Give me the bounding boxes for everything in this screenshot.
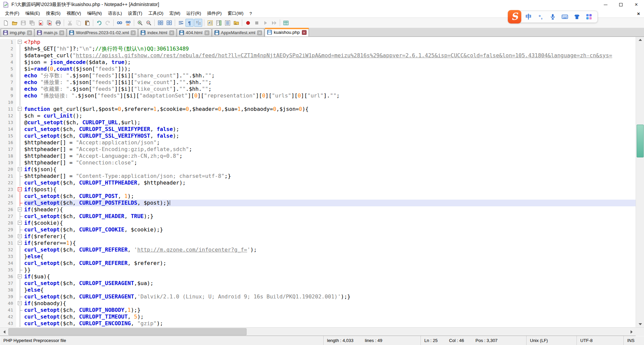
- word-wrap-icon[interactable]: [177, 19, 185, 27]
- code-text[interactable]: $httpheader[] = "Accept-Language:zh-CN,z…: [24, 153, 636, 159]
- code-text[interactable]: curl_setopt($ch, CURLOPT_POSTFIELDS, $po…: [24, 200, 636, 206]
- menu-item-8[interactable]: 宏(M): [166, 9, 183, 17]
- skin-icon[interactable]: [573, 13, 581, 20]
- menu-item-0[interactable]: 文件(F): [2, 9, 22, 17]
- toolbox-icon[interactable]: [585, 13, 593, 20]
- code-text[interactable]: curl_setopt($ch, CURLOPT_TIMEOUT, 5);: [24, 314, 636, 320]
- code-text[interactable]: if($post){: [24, 186, 636, 193]
- horizontal-scrollbar[interactable]: [0, 327, 644, 336]
- function-list-icon[interactable]: f: [206, 19, 214, 27]
- scroll-right-icon[interactable]: [627, 328, 636, 336]
- menu-item-3[interactable]: 视图(V): [63, 9, 84, 17]
- record-macro-icon[interactable]: [244, 19, 252, 27]
- tab-AppxManifest.xml[interactable]: AppxManifest.xml×: [212, 28, 265, 37]
- close-icon[interactable]: ×: [302, 30, 307, 35]
- menu-item-1[interactable]: 编辑(E): [22, 9, 43, 17]
- menu-item-12[interactable]: ?: [247, 10, 255, 17]
- code-text[interactable]: curl_setopt($ch, CURLOPT_HTTPHEADER, $ht…: [24, 180, 636, 186]
- vertical-scroll-thumb[interactable]: [637, 125, 644, 157]
- tab-404.html[interactable]: 404.html×: [177, 28, 212, 37]
- replace-icon[interactable]: ab: [124, 19, 132, 27]
- fold-collapse-icon[interactable]: [16, 300, 24, 307]
- sync-vertical-icon[interactable]: [156, 19, 164, 27]
- code-text[interactable]: curl_setopt($ch, CURLOPT_POST, 1);: [24, 193, 636, 200]
- document-close-icon[interactable]: ×: [635, 10, 642, 17]
- fold-collapse-icon[interactable]: [16, 240, 24, 247]
- tab-WordPress.2023-01-02.xml[interactable]: WordPress.2023-01-02.xml×: [67, 28, 138, 37]
- paste-icon[interactable]: [83, 19, 91, 27]
- document-list-icon[interactable]: [223, 19, 231, 27]
- menu-item-5[interactable]: 语言(L): [105, 9, 125, 17]
- close-all-icon[interactable]: [45, 19, 53, 27]
- print-icon[interactable]: [54, 19, 62, 27]
- document-map-icon[interactable]: [215, 19, 223, 27]
- scroll-up-icon[interactable]: [636, 37, 644, 43]
- fold-collapse-icon[interactable]: [16, 206, 24, 213]
- maximize-button[interactable]: [613, 0, 629, 9]
- code-text[interactable]: if($referer){: [24, 233, 636, 240]
- menu-item-9[interactable]: 运行(R): [183, 9, 204, 17]
- code-text[interactable]: function get_curl($url,$post=0,$referer=…: [24, 106, 636, 113]
- code-area[interactable]: 1<?php2$hh=$_GET["hh"]?:"\n";//换行符号(默认\n…: [0, 37, 636, 327]
- close-icon[interactable]: ×: [27, 30, 32, 35]
- code-text[interactable]: $ch = curl_init();: [24, 113, 636, 119]
- fold-collapse-icon[interactable]: [16, 39, 24, 46]
- menu-item-4[interactable]: 编码(N): [84, 9, 105, 17]
- scroll-left-icon[interactable]: [0, 328, 8, 336]
- code-text[interactable]: <?php: [24, 39, 636, 46]
- status-encoding[interactable]: UTF-8: [577, 336, 624, 345]
- menu-item-2[interactable]: 搜索(S): [43, 9, 63, 17]
- fold-collapse-icon[interactable]: [16, 220, 24, 226]
- code-text[interactable]: curl_setopt($ch, CURLOPT_HEADER, TRUE);}: [24, 213, 636, 220]
- code-text[interactable]: curl_setopt($ch, CURLOPT_ENCODING, "gzip…: [24, 320, 636, 327]
- code-text[interactable]: echo "分享数: ".$json["feeds"][$i]["share_c…: [24, 72, 636, 79]
- soft-keyboard-icon[interactable]: [561, 13, 569, 20]
- close-button[interactable]: ×: [629, 0, 644, 9]
- tab-img.php[interactable]: img.php×: [1, 28, 34, 37]
- code-text[interactable]: $hh=$_GET["hh"]?:"\n";//换行符号(默认\n)QQ:306…: [24, 46, 636, 52]
- status-insert-mode[interactable]: INS: [624, 336, 644, 345]
- menu-item-11[interactable]: 窗口(W): [225, 9, 247, 17]
- fold-collapse-icon[interactable]: [16, 186, 24, 193]
- code-text[interactable]: $data=get_curl("https://apissl.gifshow.c…: [24, 52, 636, 59]
- code-text[interactable]: $i=rand(0,count($json["feeds"]));: [24, 66, 636, 72]
- code-text[interactable]: if($header){: [24, 206, 636, 213]
- horizontal-scroll-thumb[interactable]: [8, 328, 247, 335]
- status-eol-format[interactable]: Unix (LF): [527, 336, 577, 345]
- sogou-logo-icon[interactable]: S: [508, 10, 521, 23]
- tab-index.html[interactable]: index.html×: [138, 28, 176, 37]
- tab-kuaishou.php[interactable]: kuaishou.php×: [265, 28, 309, 37]
- scroll-down-icon[interactable]: [636, 321, 644, 327]
- folder-workspace-icon[interactable]: [232, 19, 240, 27]
- minimize-button[interactable]: [598, 0, 613, 9]
- close-icon[interactable]: ×: [169, 30, 174, 35]
- code-text[interactable]: if($nobaody){: [24, 300, 636, 307]
- code-text[interactable]: curl_setopt($ch, CURLOPT_USERAGENT,$ua);: [24, 280, 636, 287]
- close-icon[interactable]: ×: [205, 30, 209, 35]
- close-icon[interactable]: [37, 19, 45, 27]
- code-text[interactable]: if($ua){: [24, 273, 636, 280]
- code-text[interactable]: curl_setopt($ch, CURLOPT_COOKIE, $cookie…: [24, 226, 636, 233]
- fold-collapse-icon[interactable]: [16, 273, 24, 280]
- code-text[interactable]: $httpheader[] = "Accept-Encoding:gzip,de…: [24, 146, 636, 153]
- zoom-in-icon[interactable]: [136, 19, 144, 27]
- code-text[interactable]: }else{: [24, 253, 636, 260]
- code-text[interactable]: $httpheader[] = "Accept:application/json…: [24, 139, 636, 146]
- code-text[interactable]: }}: [24, 267, 636, 273]
- fold-collapse-icon[interactable]: [16, 106, 24, 113]
- code-text[interactable]: curl_setopt($ch, CURLOPT_SSL_VERIFYHOST,…: [24, 133, 636, 139]
- code-text[interactable]: @curl_setopt($ch, CURLOPT_URL,$url);: [24, 119, 636, 126]
- close-icon[interactable]: ×: [131, 30, 136, 35]
- menu-item-10[interactable]: 插件(P): [204, 9, 225, 17]
- chinese-mode-icon[interactable]: 中: [525, 13, 532, 20]
- editor[interactable]: 1<?php2$hh=$_GET["hh"]?:"\n";//换行符号(默认\n…: [0, 37, 644, 327]
- code-text[interactable]: curl_setopt($ch, CURLOPT_USERAGENT,'Dalv…: [24, 293, 636, 300]
- close-icon[interactable]: ×: [59, 30, 64, 35]
- undo-icon[interactable]: [95, 19, 103, 27]
- code-text[interactable]: curl_setopt($ch, CURLOPT_REFERER, 'http:…: [24, 247, 636, 253]
- code-text[interactable]: curl_setopt($ch, CURLOPT_SSL_VERIFYPEER,…: [24, 126, 636, 133]
- vertical-scrollbar[interactable]: [636, 37, 644, 327]
- menu-item-7[interactable]: 工具(O): [145, 9, 166, 17]
- code-text[interactable]: $httpheader[] = "Connection:close";: [24, 159, 636, 166]
- fold-collapse-icon[interactable]: [16, 166, 24, 173]
